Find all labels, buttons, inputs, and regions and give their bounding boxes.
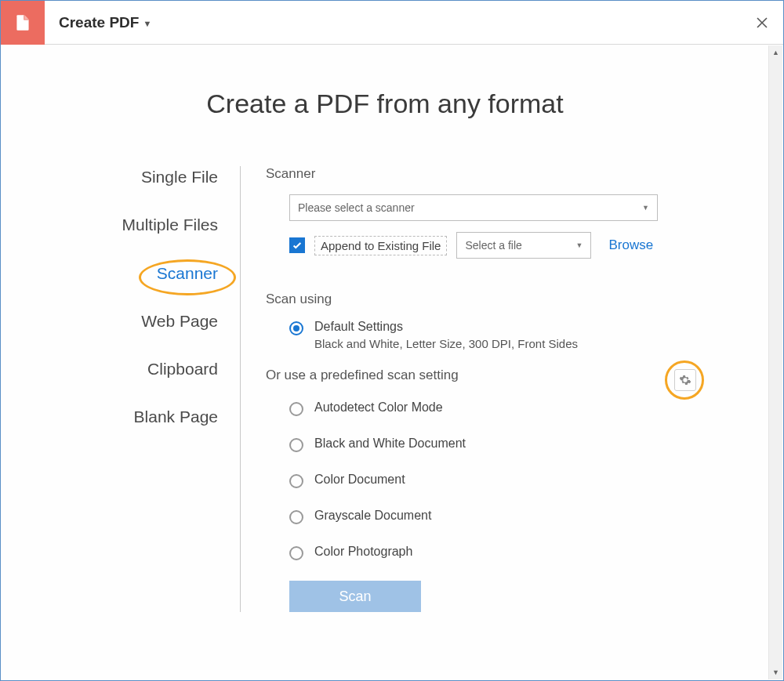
scanner-section-label: Scanner <box>266 166 706 182</box>
source-sidebar: Single File Multiple Files Scanner Web P… <box>92 166 241 612</box>
scroll-up-icon[interactable]: ▲ <box>769 45 782 60</box>
sidebar-item-blank-page[interactable]: Blank Page <box>92 406 218 427</box>
close-button[interactable] <box>755 1 769 45</box>
predefined-label: Or use a predefined scan setting <box>266 368 706 383</box>
autodetect-label: Autodetect Color Mode <box>314 400 443 415</box>
sidebar-item-scanner[interactable]: Scanner <box>92 263 218 284</box>
append-checkbox[interactable] <box>289 237 305 253</box>
color-doc-label: Color Document <box>314 473 405 487</box>
gear-wrap <box>674 369 696 391</box>
sidebar-item-clipboard[interactable]: Clipboard <box>92 358 218 379</box>
grayscale-doc-label: Grayscale Document <box>314 509 431 523</box>
browse-link[interactable]: Browse <box>608 237 653 253</box>
color-doc-radio[interactable] <box>289 474 303 488</box>
bw-doc-label: Black and White Document <box>314 436 466 451</box>
autodetect-radio[interactable] <box>289 402 303 416</box>
chevron-down-icon: ▼ <box>143 19 151 28</box>
file-select[interactable]: Select a file ▼ <box>456 232 591 259</box>
header: Create PDF ▼ <box>1 1 783 45</box>
predefined-list: Autodetect Color Mode Black and White Do… <box>266 400 706 560</box>
sidebar-item-multiple-files[interactable]: Multiple Files <box>92 214 218 235</box>
sidebar-item-single-file[interactable]: Single File <box>92 166 218 187</box>
content-area: Create a PDF from any format Single File… <box>2 45 768 679</box>
scanner-select-text: Please select a scanner <box>298 201 415 214</box>
page-title: Create a PDF from any format <box>2 89 768 119</box>
scroll-down-icon[interactable]: ▼ <box>769 665 782 679</box>
vertical-scrollbar[interactable]: ▲ ▼ <box>768 45 782 679</box>
sidebar-item-web-page[interactable]: Web Page <box>92 310 218 331</box>
default-settings-sub: Black and White, Letter Size, 300 DPI, F… <box>314 337 578 350</box>
default-settings-radio[interactable] <box>289 321 303 335</box>
settings-gear-button[interactable] <box>674 369 696 391</box>
header-title-dropdown[interactable]: Create PDF ▼ <box>45 14 151 31</box>
header-title: Create PDF <box>59 14 139 31</box>
scanner-select[interactable]: Please select a scanner ▼ <box>289 194 658 221</box>
bw-doc-radio[interactable] <box>289 438 303 452</box>
chevron-down-icon: ▼ <box>576 241 583 249</box>
append-label: Append to Existing File <box>314 236 447 255</box>
grayscale-doc-radio[interactable] <box>289 510 303 524</box>
color-photo-radio[interactable] <box>289 546 303 560</box>
chevron-down-icon: ▼ <box>642 204 649 212</box>
app-icon <box>1 1 45 45</box>
default-settings-label: Default Settings <box>314 320 578 334</box>
color-photo-label: Color Photograph <box>314 545 412 559</box>
scan-button[interactable]: Scan <box>289 581 421 612</box>
file-select-text: Select a file <box>465 239 521 252</box>
scan-using-label: Scan using <box>266 292 706 307</box>
